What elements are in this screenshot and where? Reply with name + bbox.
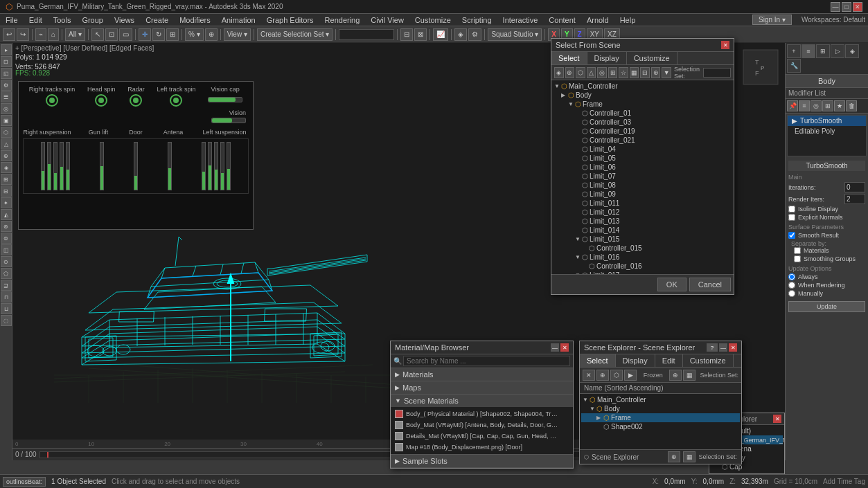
tree-item-limit015[interactable]: ▼⬡Limit_015 (553, 235, 732, 244)
view-nav-cube[interactable]: T F P (740, 46, 781, 88)
sidebar-icon-6[interactable]: ◎ (1, 103, 12, 114)
sidebar-icon-19[interactable]: ⊝ (1, 256, 12, 267)
scene-materials-header[interactable]: ▼ Scene Materials (391, 395, 573, 407)
materials-header[interactable]: ▶ Materials (391, 368, 573, 381)
tree-item-limit04[interactable]: ⬡Limit_04 (553, 145, 732, 154)
panel-tab-motion[interactable]: ▷ (831, 44, 844, 58)
scene-exp-tb5[interactable]: ⊕ (669, 370, 682, 381)
scene-exp-tab-customize[interactable]: Customize (683, 354, 734, 367)
maximize-btn[interactable]: □ (842, 2, 851, 12)
iterations-input[interactable] (844, 182, 865, 192)
sidebar-icon-16[interactable]: ⊛ (1, 221, 12, 232)
panel-tab-modify[interactable]: ≡ (801, 44, 815, 58)
tree-item-limit011[interactable]: ⬡Limit_011 (553, 199, 732, 208)
squad-studio-btn[interactable]: Squad Studio ▾ (488, 28, 542, 41)
minimize-btn[interactable]: — (831, 2, 840, 12)
dialog-ok-btn[interactable]: OK (657, 278, 687, 291)
always-radio[interactable] (788, 273, 795, 280)
sidebar-icon-4[interactable]: ⚙ (1, 80, 12, 91)
scene-exp-frame[interactable]: ▶ ⬡ Frame (581, 413, 740, 422)
sidebar-icon-3[interactable]: ◱ (1, 68, 12, 79)
dialog-tab-select[interactable]: Select (551, 52, 587, 64)
dialog-tb-8[interactable]: ▦ (630, 67, 639, 78)
material-editor-btn[interactable]: ◈ (454, 28, 467, 41)
scene-exp-body[interactable]: ▼ ⬡ Body (581, 404, 740, 413)
dialog-tb-7[interactable]: ☆ (619, 67, 628, 78)
panel-tab-utilities[interactable]: 🔧 (787, 59, 801, 73)
smooth-result-checkbox[interactable] (788, 232, 795, 239)
materials-checkbox[interactable] (794, 247, 801, 254)
snap-btn[interactable]: ⊕ (205, 28, 218, 41)
menu-edit[interactable]: Edit (26, 16, 45, 24)
panel-tab-create[interactable]: + (787, 44, 801, 58)
modifier-show-end-btn[interactable]: ⊞ (822, 100, 833, 111)
tree-item-limit012[interactable]: ⬡Limit_012 (553, 208, 732, 217)
sidebar-icon-12[interactable]: ⊞ (1, 174, 12, 185)
tree-item-limit014[interactable]: ⬡Limit_014 (553, 226, 732, 235)
select-mode-btn[interactable]: All ▾ (65, 28, 85, 41)
menu-create[interactable]: Create (143, 16, 171, 24)
scene-exp-tab-display[interactable]: Display (616, 354, 655, 367)
smoothing-groups-checkbox[interactable] (794, 255, 801, 262)
render-iters-input[interactable] (844, 194, 865, 204)
tank-viewport[interactable] (54, 237, 407, 403)
sidebar-icon-7[interactable]: ▣ (1, 115, 12, 126)
dialog-cancel-btn[interactable]: Cancel (689, 278, 731, 291)
tree-item-limit08[interactable]: ⬡Limit_08 (553, 181, 732, 190)
modifier-remove-btn[interactable]: 🗑 (846, 100, 857, 111)
graph-editors-btn[interactable]: 📈 (433, 28, 448, 41)
menu-modifiers[interactable]: Modifiers (177, 16, 213, 24)
modifier-make-unique-btn[interactable]: ★ (834, 100, 845, 111)
sidebar-icon-2[interactable]: ⊡ (1, 56, 12, 67)
align-btn[interactable]: ⊠ (414, 28, 427, 41)
scene-exp-tb3[interactable]: ⬡ (610, 370, 623, 381)
dialog-tb-9[interactable]: ⊟ (640, 67, 650, 78)
dialog-tb-11[interactable]: ▼ (662, 67, 671, 78)
sidebar-icon-24[interactable]: ◌ (1, 315, 12, 326)
tree-item-ctrl019[interactable]: ⬡Controller_019 (553, 127, 732, 136)
scene-exp-tab-edit[interactable]: Edit (655, 354, 683, 367)
tree-item-limit09[interactable]: ⬡Limit_09 (553, 190, 732, 199)
sidebar-icon-23[interactable]: ⊔ (1, 303, 12, 314)
scene-exp-tb1[interactable]: ✕ (583, 370, 595, 381)
panel-tab-display[interactable]: ◈ (845, 44, 859, 58)
sidebar-icon-18[interactable]: ◫ (1, 244, 12, 255)
material-item-map18[interactable]: Map #18 (Body_Displacement.png) [Door] (392, 442, 572, 453)
isoline-checkbox[interactable] (788, 206, 795, 213)
modifier-item-editable-poly[interactable]: Editable Poly (788, 126, 866, 136)
sidebar-icon-13[interactable]: ⊟ (1, 186, 12, 197)
render-setup-btn[interactable]: ⚙ (468, 28, 481, 41)
select-btn[interactable]: ↖ (91, 28, 104, 41)
dialog-tab-customize[interactable]: Customize (627, 52, 677, 64)
maps-header[interactable]: ▶ Maps (391, 381, 573, 394)
dialog-tb-5[interactable]: ◎ (597, 67, 607, 78)
material-item-body[interactable]: Body_( Physical Material ) [Shape002, Sh… (392, 408, 572, 419)
modifier-show-result-btn[interactable]: ◎ (811, 100, 822, 111)
dialog-tb-2[interactable]: ⊕ (565, 67, 575, 78)
scene-exp-help-btn[interactable]: ? (707, 343, 718, 352)
menu-views[interactable]: Views (112, 16, 137, 24)
scene-exp-min-btn[interactable]: — (719, 343, 727, 352)
scene-exp-tb4[interactable]: ▶ (624, 370, 637, 381)
sidebar-icon-21[interactable]: ⊒ (1, 280, 12, 291)
tree-item-main-controller[interactable]: ▼ ⬡ Main_Controller (553, 82, 732, 91)
tree-item-ctrl015[interactable]: ⬡Controller_015 (553, 244, 732, 253)
sample-slots-header[interactable]: ▶ Sample Slots (391, 455, 573, 467)
add-time-tag-btn[interactable]: Add Time Tag (823, 478, 865, 485)
menu-help[interactable]: Help (617, 16, 639, 24)
dialog-selection-set-input[interactable] (703, 68, 731, 78)
sidebar-icon-15[interactable]: ◭ (1, 209, 12, 220)
tree-item-frame[interactable]: ▼ ⬡ Frame (553, 100, 732, 109)
dialog-tb-4[interactable]: △ (587, 67, 596, 78)
menu-animation[interactable]: Animation (219, 16, 258, 24)
rect-select-btn[interactable]: ▭ (119, 28, 132, 41)
select-name-btn[interactable]: ⊡ (105, 28, 118, 41)
create-selection-btn[interactable]: Create Selection Set ▾ (257, 28, 333, 41)
modifier-item-turbosmooth[interactable]: ▶TurboSmooth (788, 116, 866, 126)
menu-civil-view[interactable]: Civil View (368, 16, 406, 24)
rotate-btn[interactable]: ↻ (152, 28, 165, 41)
scene-exp-tab-select[interactable]: Select (580, 354, 616, 367)
dialog-tb-3[interactable]: ⬡ (576, 67, 585, 78)
view-btn[interactable]: View ▾ (224, 28, 251, 41)
layer-explorer-close-btn[interactable]: ✕ (773, 415, 781, 423)
